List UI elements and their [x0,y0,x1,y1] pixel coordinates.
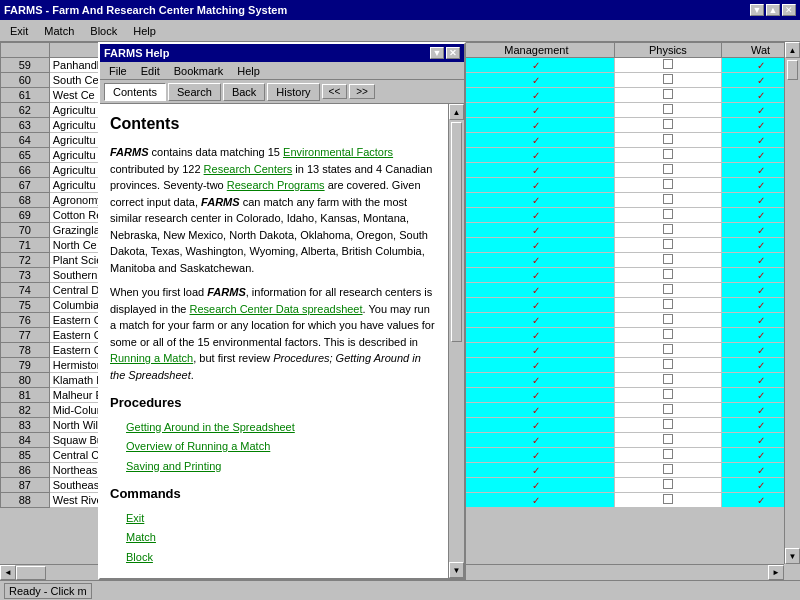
vertical-scrollbar[interactable]: ▲ ▼ [784,42,800,564]
v-scroll-track[interactable] [785,58,800,548]
link-cmd-match[interactable]: Match [126,531,156,543]
status-bar: Ready - Click m [0,580,800,600]
help-menu-file[interactable]: File [104,64,132,78]
v-scroll-down[interactable]: ▼ [785,548,800,564]
menu-help[interactable]: Help [127,23,162,39]
help-close-btn[interactable]: ✕ [446,47,460,59]
help-para2: When you first load FARMS, information f… [110,284,438,383]
h-scroll-thumb[interactable] [16,566,46,580]
help-scroll-track[interactable] [449,344,464,562]
tab-contents[interactable]: Contents [104,83,166,101]
cell: ✓ [458,178,614,193]
cell [614,418,721,433]
cell [614,313,721,328]
help-menu-help[interactable]: Help [232,64,265,78]
cell: ✓ [458,328,614,343]
link-rc-data[interactable]: Research Center Data spreadsheet [190,303,363,315]
cell: ✓ [458,58,614,73]
help-minimize-btn[interactable]: ▼ [430,47,444,59]
tab-history[interactable]: History [267,83,319,101]
main-area: resources Fertility Management Physics W… [0,42,800,600]
row-number: 71 [1,238,50,253]
row-number: 78 [1,343,50,358]
cell [614,388,721,403]
menu-match[interactable]: Match [38,23,80,39]
help-menu-edit[interactable]: Edit [136,64,165,78]
cell [614,493,721,508]
cell [614,343,721,358]
row-number: 85 [1,448,50,463]
cell: ✓ [458,163,614,178]
cell: ✓ [458,283,614,298]
cell: ✓ [458,103,614,118]
help-menu-bar: File Edit Bookmark Help [100,62,464,80]
link-research-centers[interactable]: Research Centers [204,163,293,175]
help-window: FARMS Help ▼ ✕ File Edit Bookmark Help C… [98,42,466,580]
cell [614,208,721,223]
row-number: 88 [1,493,50,508]
help-para2-final: . [191,369,194,381]
row-number: 77 [1,328,50,343]
commands-heading: Commands [110,484,438,504]
row-number: 65 [1,148,50,163]
cell: ✓ [458,268,614,283]
link-overview-match[interactable]: Overview of Running a Match [126,440,270,452]
commands-list: Exit Match Block [126,510,438,566]
title-controls: ▼ ▲ ✕ [750,4,796,16]
cmd-item-exit: Exit [126,510,438,527]
help-para1: FARMS contains data matching 15 Environm… [110,144,438,276]
menu-exit[interactable]: Exit [4,23,34,39]
minimize-button[interactable]: ▼ [750,4,764,16]
help-para1-prefix: contains data matching 15 [152,146,283,158]
cell [614,268,721,283]
v-scroll-thumb[interactable] [787,60,798,80]
cell: ✓ [458,73,614,88]
menu-block[interactable]: Block [84,23,123,39]
cell: ✓ [458,223,614,238]
link-getting-around[interactable]: Getting Around in the Spreadsheet [126,421,295,433]
maximize-button[interactable]: ▲ [766,4,780,16]
cell: ✓ [458,493,614,508]
row-number: 62 [1,103,50,118]
help-scroll-down[interactable]: ▼ [449,562,464,578]
link-running-match[interactable]: Running a Match [110,352,193,364]
help-scroll-thumb[interactable] [451,122,462,342]
link-saving-printing[interactable]: Saving and Printing [126,460,221,472]
link-research-programs[interactable]: Research Programs [227,179,325,191]
cell [614,283,721,298]
row-number: 87 [1,478,50,493]
tab-search[interactable]: Search [168,83,221,101]
help-title-controls: ▼ ✕ [430,47,460,59]
link-env-factors[interactable]: Environmental Factors [283,146,393,158]
tab-back[interactable]: Back [223,83,265,101]
row-number: 81 [1,388,50,403]
cell: ✓ [458,463,614,478]
row-number: 80 [1,373,50,388]
cell [614,118,721,133]
help-para2-end: , but first review [193,352,273,364]
help-heading: Contents [110,112,438,136]
help-menu-bookmark[interactable]: Bookmark [169,64,229,78]
v-scroll-up[interactable]: ▲ [785,42,800,58]
title-bar: FARMS - Farm And Research Center Matchin… [0,0,800,20]
cell: ✓ [458,253,614,268]
cell [614,58,721,73]
h-scroll-right[interactable]: ► [768,565,784,580]
farms-bold-3: FARMS [207,286,246,298]
link-cmd-block[interactable]: Block [126,551,153,563]
nav-prev[interactable]: << [322,84,348,99]
link-cmd-exit[interactable]: Exit [126,512,144,524]
help-scrollbar[interactable]: ▲ ▼ [448,104,464,578]
cell: ✓ [458,238,614,253]
help-scroll-up[interactable]: ▲ [449,104,464,120]
cell [614,88,721,103]
help-title: FARMS Help [104,47,169,59]
row-number: 82 [1,403,50,418]
row-number: 63 [1,118,50,133]
nav-next[interactable]: >> [349,84,375,99]
h-scroll-left[interactable]: ◄ [0,565,16,580]
help-para2-prefix: When you first load [110,286,207,298]
help-title-bar: FARMS Help ▼ ✕ [100,44,464,62]
cell [614,103,721,118]
close-button[interactable]: ✕ [782,4,796,16]
